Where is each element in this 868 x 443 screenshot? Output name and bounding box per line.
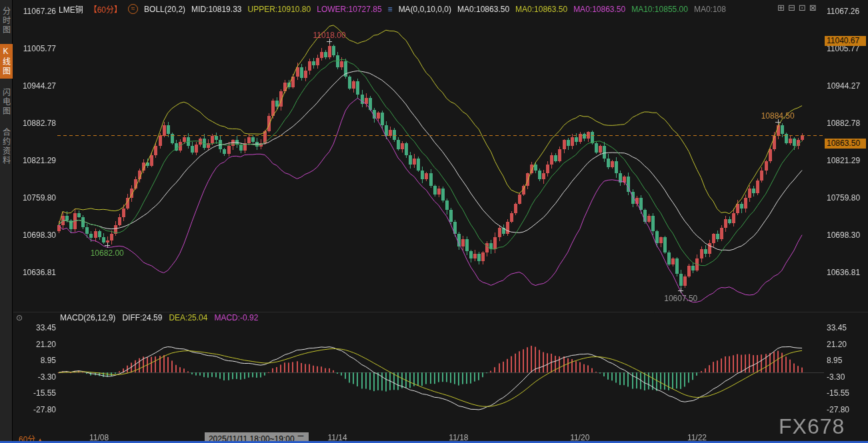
price-axis-label: 11067.26 — [20, 7, 56, 16]
indicator-legend: LME铜 【60分】 ≈ BOLL(20,2) MID:10819.33 UPP… — [59, 3, 726, 15]
macd-hist-value: MACD:-0.92 — [214, 313, 258, 322]
macd-axis-label: 8.95 — [827, 356, 842, 365]
macd-axis-label: 8.95 — [20, 356, 56, 365]
ma-value-0: MA0:10863.50 — [457, 5, 509, 14]
period-badge: 【60分】 — [89, 3, 122, 15]
price-axis-label: 10882.78 — [827, 119, 860, 128]
price-tag: 11040.67 — [825, 36, 866, 46]
ma-value-1: MA0:10863.50 — [515, 5, 567, 14]
close-pane-icon[interactable]: ⊠ — [809, 3, 817, 13]
price-axis-label: 10944.27 — [20, 81, 56, 91]
macd-settings-icon[interactable]: ⊙ — [16, 313, 23, 322]
ma-value-4: MA0:108 — [694, 5, 726, 14]
macd-diff-value: DIFF:24.59 — [122, 313, 162, 322]
price-axis-label: 10944.27 — [827, 81, 860, 91]
chart-window: 分时图 K线图 闪电图 合约资料 LME铜 【60分】 ≈ BOLL(20,2)… — [0, 0, 868, 443]
price-axis-label: 10821.29 — [20, 156, 56, 165]
macd-dea-value: DEA:25.04 — [169, 313, 207, 322]
macd-name: MACD(26,12,9) — [60, 313, 115, 322]
price-axis-label: 10636.81 — [20, 268, 56, 277]
macd-legend: MACD(26,12,9) DIFF:24.59 DEA:25.04 MACD:… — [60, 313, 258, 322]
layout-grid-icon[interactable]: ⊞ — [777, 3, 785, 13]
macd-axis-label: -15.55 — [20, 388, 56, 398]
boll-lower-value: LOWER:10727.85 — [317, 5, 381, 14]
price-axis-label: 10636.81 — [827, 268, 860, 277]
price-tag: 10863.50 — [825, 139, 866, 149]
price-axis-label: 10698.30 — [20, 230, 56, 240]
price-axis-label: 10759.80 — [20, 193, 56, 203]
macd-axis-label: -3.30 — [20, 372, 56, 382]
sidebar-item-time-chart[interactable]: 分时图 — [0, 4, 13, 37]
macd-axis-label: -27.80 — [827, 405, 849, 414]
price-axis-label: 11005.77 — [20, 44, 56, 53]
symbol-name: LME铜 — [59, 3, 83, 15]
macd-axis-label: 33.45 — [20, 323, 56, 332]
price-annotation: 11018.00 — [313, 31, 345, 40]
sidebar-item-lightning-chart[interactable]: 闪电图 — [0, 85, 13, 119]
price-axis-label: 10759.80 — [827, 193, 860, 203]
macd-axis-label: -27.80 — [20, 405, 56, 414]
sidebar-item-kline-chart[interactable]: K线图 — [0, 44, 13, 79]
layout-rows-icon[interactable]: ⊟ — [788, 3, 795, 13]
wave-icon[interactable]: ≈ — [128, 4, 138, 14]
macd-axis-label: -3.30 — [827, 372, 845, 382]
ma-value-3: MA10:10855.00 — [631, 5, 688, 14]
sidebar-item-contract-info[interactable]: 合约资料 — [0, 125, 13, 168]
price-axis-label: 11067.26 — [827, 7, 859, 16]
boll-upper-value: UPPER:10910.80 — [247, 5, 311, 14]
boll-mid-value: MID:10819.33 — [191, 5, 241, 14]
sidebar: 分时图 K线图 闪电图 合约资料 — [0, 0, 13, 443]
macd-axis-label: 33.45 — [827, 323, 847, 332]
price-annotation: 10682.00 — [91, 248, 124, 258]
price-annotation: 10884.50 — [761, 111, 795, 121]
price-axis-label: 10698.30 — [827, 230, 860, 240]
price-axis-label: 10882.78 — [20, 119, 56, 128]
window-controls: ⊞ ⊟ ⊡ ⊠ — [777, 3, 817, 13]
ma-label: MA(0,0,10,0,0) — [399, 5, 451, 14]
watermark: FX678 — [779, 414, 845, 439]
macd-axis-label: -15.55 — [827, 388, 849, 398]
maximize-pane-icon[interactable]: ⊡ — [799, 3, 806, 13]
doc-icon[interactable]: ≡ — [388, 5, 393, 14]
ma-value-2: MA0:10863.50 — [573, 5, 625, 14]
macd-axis-label: 21.20 — [20, 340, 56, 349]
price-axis-label: 10821.29 — [827, 156, 860, 165]
price-annotation: 10607.50 — [664, 294, 697, 303]
boll-label: BOLL(20,2) — [144, 5, 185, 14]
price-chart-canvas[interactable] — [0, 0, 868, 443]
macd-axis-label: 21.20 — [827, 340, 847, 349]
